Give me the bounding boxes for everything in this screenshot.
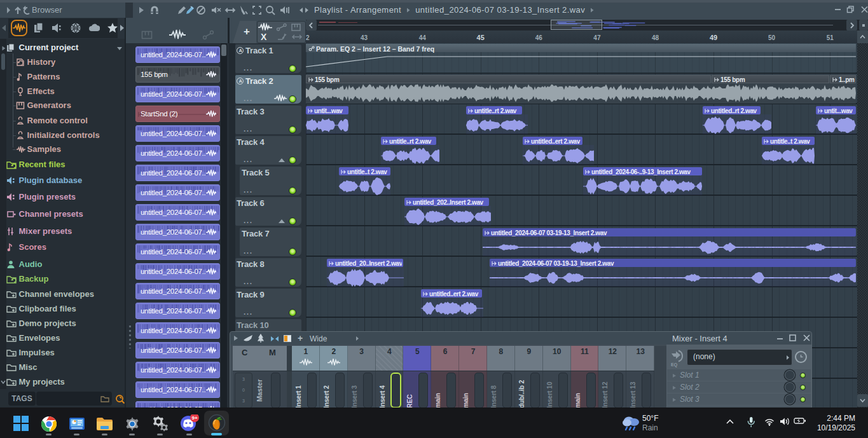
svg-text:9+: 9+ (191, 415, 197, 421)
